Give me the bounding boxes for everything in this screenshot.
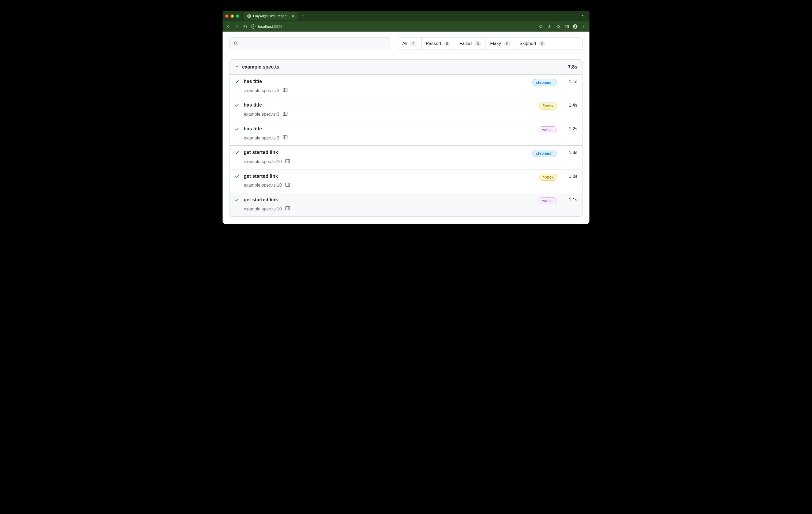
window-zoom-button[interactable] — [236, 14, 239, 18]
test-row[interactable]: has titleexample.spec.ts:3chromium1.1s — [230, 75, 582, 98]
filter-count: 0 — [539, 41, 546, 46]
test-duration: 1.1s — [559, 79, 577, 84]
test-location: example.spec.ts:3 — [244, 112, 279, 117]
site-info-icon[interactable]: i — [251, 24, 256, 29]
test-duration: 1.1s — [559, 197, 577, 203]
browser-badge: webkit — [539, 126, 557, 133]
svg-rect-12 — [286, 159, 290, 163]
trace-icon[interactable] — [283, 87, 288, 94]
window-minimize-button[interactable] — [231, 14, 234, 18]
bookmark-icon[interactable] — [556, 24, 560, 29]
filter-count: 6 — [443, 41, 451, 46]
tab-title: Playwright Test Report — [253, 14, 287, 18]
url-host: localhost — [258, 24, 273, 29]
test-title: has title — [244, 102, 538, 108]
test-row[interactable]: get started linkexample.spec.ts:10chromi… — [230, 146, 582, 169]
profile-icon[interactable] — [573, 24, 578, 29]
browser-badge: webkit — [539, 197, 557, 204]
search-icon — [234, 41, 238, 46]
trace-icon[interactable] — [283, 135, 288, 141]
browser-tab-strip: Playwright Test Report × + — [223, 11, 589, 22]
test-file-section: example.spec.ts 7.8s has titleexample.sp… — [230, 59, 582, 217]
filter-label: Skipped — [520, 41, 536, 46]
test-duration: 1.2s — [559, 126, 577, 132]
check-icon — [235, 173, 242, 180]
test-location: example.spec.ts:10 — [244, 183, 282, 188]
test-title: get started link — [244, 149, 531, 155]
file-duration: 7.8s — [568, 64, 577, 70]
svg-point-5 — [584, 25, 584, 26]
svg-point-7 — [584, 28, 584, 28]
filter-label: All — [402, 41, 407, 46]
trace-icon[interactable] — [285, 182, 290, 188]
filter-flaky[interactable]: Flaky 0 — [486, 38, 515, 50]
svg-point-6 — [584, 26, 584, 27]
chevron-down-icon — [235, 64, 239, 70]
test-row[interactable]: get started linkexample.spec.ts:10webkit… — [230, 193, 582, 216]
test-duration: 1.4s — [559, 102, 577, 108]
svg-point-8 — [234, 42, 237, 44]
search-input[interactable] — [230, 37, 390, 49]
share-icon[interactable] — [547, 24, 552, 29]
svg-point-1 — [540, 25, 542, 28]
address-bar[interactable]: i localhost:9323 — [251, 24, 282, 29]
window-close-button[interactable] — [225, 14, 228, 18]
side-panel-icon[interactable] — [564, 24, 569, 29]
url-port: :9323 — [273, 24, 282, 29]
test-duration: 1.8s — [559, 173, 577, 179]
test-row[interactable]: get started linkexample.spec.ts:10firefo… — [230, 170, 582, 193]
test-location: example.spec.ts:3 — [244, 135, 279, 141]
test-location: example.spec.ts:3 — [244, 88, 279, 93]
window-controls — [225, 14, 239, 18]
test-row[interactable]: has titleexample.spec.ts:3webkit1.2s — [230, 122, 582, 146]
check-icon — [235, 79, 242, 85]
svg-rect-14 — [286, 207, 290, 210]
browser-badge: firefox — [539, 102, 557, 110]
svg-rect-13 — [286, 183, 290, 186]
reload-button[interactable] — [243, 24, 248, 29]
zoom-icon[interactable] — [539, 24, 543, 29]
report-page: All 6 Passed 6 Failed 0 Flaky 0 — [223, 32, 589, 224]
check-icon — [235, 197, 242, 204]
kebab-menu-icon[interactable] — [581, 24, 586, 29]
filter-label: Failed — [459, 41, 472, 46]
svg-rect-9 — [283, 88, 287, 92]
svg-rect-10 — [283, 112, 287, 115]
file-header[interactable]: example.spec.ts 7.8s — [230, 60, 582, 75]
check-icon — [235, 102, 242, 109]
trace-icon[interactable] — [285, 206, 290, 212]
filter-all[interactable]: All 6 — [398, 38, 422, 50]
close-icon[interactable]: × — [292, 14, 294, 18]
filter-count: 0 — [474, 41, 482, 46]
browser-badge: firefox — [539, 174, 557, 181]
filter-failed[interactable]: Failed 0 — [455, 38, 486, 50]
test-location: example.spec.ts:10 — [244, 159, 282, 164]
test-duration: 1.3s — [559, 149, 577, 155]
browser-toolbar: i localhost:9323 — [223, 22, 589, 32]
file-name: example.spec.ts — [242, 64, 279, 70]
test-title: has title — [244, 79, 531, 85]
trace-icon[interactable] — [285, 158, 290, 165]
svg-rect-11 — [283, 136, 287, 139]
tab-overflow-button[interactable] — [580, 14, 587, 19]
browser-badge: chromium — [532, 79, 557, 86]
forward-button[interactable] — [234, 24, 239, 29]
browser-tab[interactable]: Playwright Test Report × — [244, 12, 297, 20]
filter-label: Flaky — [490, 41, 501, 46]
filter-count: 6 — [410, 41, 417, 46]
test-location: example.spec.ts:10 — [244, 206, 282, 211]
check-icon — [235, 126, 242, 132]
new-tab-button[interactable]: + — [300, 13, 306, 19]
test-title: get started link — [244, 173, 538, 179]
filter-label: Passed — [426, 41, 441, 46]
svg-rect-2 — [565, 25, 568, 28]
back-button[interactable] — [226, 24, 231, 29]
filter-passed[interactable]: Passed 6 — [422, 38, 455, 50]
svg-point-4 — [575, 25, 576, 27]
filter-skipped[interactable]: Skipped 0 — [515, 38, 550, 50]
filter-count: 0 — [504, 41, 511, 46]
check-icon — [235, 149, 242, 156]
test-row[interactable]: has titleexample.spec.ts:3firefox1.4s — [230, 98, 582, 122]
trace-icon[interactable] — [283, 111, 288, 118]
filter-bar: All 6 Passed 6 Failed 0 Flaky 0 — [398, 37, 582, 50]
